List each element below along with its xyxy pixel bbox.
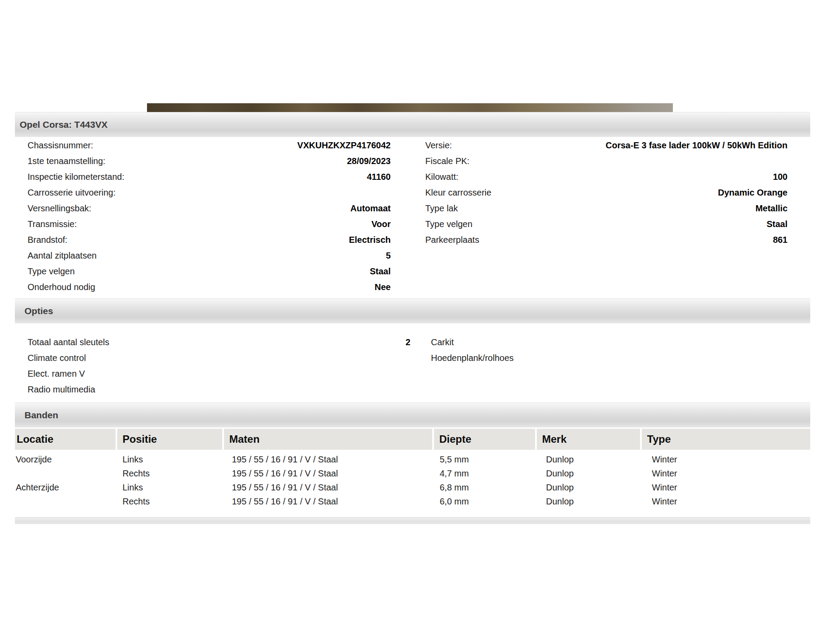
column-header-label: Maten <box>224 433 259 445</box>
tire-cell-positie: Rechts <box>122 494 150 508</box>
detail-label: Carrosserie uitvoering: <box>28 188 116 198</box>
detail-row-type-lak: Type lak Metallic <box>425 200 788 216</box>
tire-cell-type: Winter <box>652 480 677 494</box>
tire-column-header-type: Type <box>642 429 810 450</box>
column-header-label: Locatie <box>15 433 53 445</box>
tire-cell-positie: Rechts <box>122 466 150 480</box>
detail-row-carrosserie-uitvoering: Carrosserie uitvoering: <box>28 185 391 200</box>
optie-label: Carkit <box>431 337 454 347</box>
details-left-column: Chassisnummer: VXKUHZKXZP4176042 1ste te… <box>28 137 391 295</box>
tire-column-header-locatie: Locatie <box>15 429 116 450</box>
vehicle-report-page: Opel Corsa: T443VX Chassisnummer: VXKUHZ… <box>0 0 840 630</box>
detail-value: Dynamic Orange <box>718 188 788 198</box>
detail-row-versnellingsbak: Versnellingsbak: Automaat <box>28 200 391 216</box>
tire-table-row-front-left: Voorzijde Links 195 / 55 / 16 / 91 / V /… <box>0 452 840 466</box>
tire-table-row-rear-right: Rechts 195 / 55 / 16 / 91 / V / Staal 6,… <box>0 494 840 508</box>
optie-row-elect-ramen-v: Elect. ramen V <box>28 366 410 382</box>
detail-value: 41160 <box>367 172 391 182</box>
detail-value: Staal <box>766 219 788 229</box>
detail-label: Fiscale PK: <box>425 156 469 166</box>
tire-cell-merk: Dunlop <box>546 494 574 508</box>
detail-label: Kilowatt: <box>425 172 458 182</box>
detail-value: 28/09/2023 <box>347 156 391 166</box>
tire-cell-merk: Dunlop <box>546 452 574 466</box>
detail-value: 100 <box>773 172 788 182</box>
tire-column-header-diepte: Diepte <box>434 429 535 450</box>
tire-cell-type: Winter <box>652 466 677 480</box>
detail-row-transmissie: Transmissie: Voor <box>28 216 391 232</box>
tire-cell-maten: 195 / 55 / 16 / 91 / V / Staal <box>232 452 338 466</box>
tire-cell-positie: Links <box>122 480 143 494</box>
detail-label: Versnellingsbak: <box>28 203 91 214</box>
detail-label: Type velgen <box>28 266 75 276</box>
tire-cell-diepte: 6,0 mm <box>440 494 469 508</box>
column-header-label: Type <box>642 433 671 445</box>
detail-label: Onderhoud nodig <box>28 282 95 292</box>
detail-label: Kleur carrosserie <box>425 188 491 198</box>
tire-column-header-merk: Merk <box>537 429 640 450</box>
detail-row-fiscale-pk: Fiscale PK: <box>425 153 788 169</box>
details-right-column: Versie: Corsa-E 3 fase lader 100kW / 50k… <box>425 137 788 248</box>
detail-label: Aantal zitplaatsen <box>28 251 97 261</box>
tire-cell-maten: 195 / 55 / 16 / 91 / V / Staal <box>232 480 338 494</box>
tire-cell-locatie: Achterzijde <box>16 480 59 494</box>
detail-row-inspectie-kilometerstand: Inspectie kilometerstand: 41160 <box>28 169 391 185</box>
detail-row-type-velgen-rechts: Type velgen Staal <box>425 216 788 232</box>
opties-left-column: Totaal aantal sleutels 2 Climate control… <box>28 334 410 397</box>
column-header-label: Merk <box>537 433 567 445</box>
detail-value: Metallic <box>756 203 788 214</box>
detail-row-1ste-tenaamstelling: 1ste tenaamstelling: 28/09/2023 <box>28 153 391 169</box>
detail-value: 5 <box>386 251 391 261</box>
tire-table-row-front-right: Rechts 195 / 55 / 16 / 91 / V / Staal 4,… <box>0 466 840 480</box>
tire-cell-maten: 195 / 55 / 16 / 91 / V / Staal <box>232 494 338 508</box>
banden-section-title: Banden <box>15 410 58 420</box>
optie-row-carkit: Carkit <box>431 334 693 350</box>
tire-cell-diepte: 6,8 mm <box>440 480 469 494</box>
tire-column-header-maten: Maten <box>224 429 432 450</box>
detail-label: Type lak <box>425 203 458 214</box>
opties-section-bar: Opties <box>15 298 810 323</box>
detail-row-aantal-zitplaatsen: Aantal zitplaatsen 5 <box>28 248 391 263</box>
detail-row-chassisnummer: Chassisnummer: VXKUHZKXZP4176042 <box>28 137 391 153</box>
detail-label: Brandstof: <box>28 235 67 245</box>
detail-row-versie: Versie: Corsa-E 3 fase lader 100kW / 50k… <box>425 137 788 153</box>
detail-row-type-velgen: Type velgen Staal <box>28 263 391 279</box>
opties-right-column: Carkit Hoedenplank/rolhoes <box>431 334 693 366</box>
optie-row-totaal-aantal-sleutels: Totaal aantal sleutels 2 <box>28 334 410 350</box>
detail-value: VXKUHZKXZP4176042 <box>298 140 391 150</box>
tire-table-row-rear-left: Achterzijde Links 195 / 55 / 16 / 91 / V… <box>0 480 840 494</box>
detail-value: Automaat <box>350 203 391 214</box>
detail-label: Inspectie kilometerstand: <box>28 172 124 182</box>
vehicle-title-bar: Opel Corsa: T443VX <box>15 112 810 137</box>
optie-row-radio-multimedia: Radio multimedia <box>28 382 410 397</box>
detail-label: Chassisnummer: <box>28 140 93 150</box>
detail-row-kleur-carrosserie: Kleur carrosserie Dynamic Orange <box>425 185 788 200</box>
detail-value: Electrisch <box>349 235 391 245</box>
tire-cell-positie: Links <box>122 452 143 466</box>
optie-label: Climate control <box>28 353 86 363</box>
column-header-label: Positie <box>117 433 157 445</box>
tire-cell-diepte: 4,7 mm <box>440 466 469 480</box>
detail-row-brandstof: Brandstof: Electrisch <box>28 232 391 248</box>
optie-label: Hoedenplank/rolhoes <box>431 353 514 363</box>
optie-value: 2 <box>406 337 410 347</box>
tire-cell-merk: Dunlop <box>546 480 574 494</box>
detail-label: Type velgen <box>425 219 472 229</box>
column-header-label: Diepte <box>434 433 471 445</box>
detail-value: Voor <box>371 219 391 229</box>
tire-cell-merk: Dunlop <box>546 466 574 480</box>
detail-label: Versie: <box>425 140 452 150</box>
tire-cell-diepte: 5,5 mm <box>440 452 469 466</box>
tire-cell-type: Winter <box>652 452 677 466</box>
detail-row-kilowatt: Kilowatt: 100 <box>425 169 788 185</box>
opties-section-title: Opties <box>15 306 53 316</box>
tire-column-header-positie: Positie <box>117 429 222 450</box>
optie-row-climate-control: Climate control <box>28 350 410 366</box>
detail-label: Parkeerplaats <box>425 235 479 245</box>
detail-row-parkeerplaats: Parkeerplaats 861 <box>425 232 788 248</box>
page-title: Opel Corsa: T443VX <box>15 119 108 130</box>
optie-label: Radio multimedia <box>28 385 95 395</box>
tire-cell-maten: 195 / 55 / 16 / 91 / V / Staal <box>232 466 338 480</box>
detail-value: Corsa-E 3 fase lader 100kW / 50kWh Editi… <box>606 140 788 150</box>
tire-cell-type: Winter <box>652 494 677 508</box>
